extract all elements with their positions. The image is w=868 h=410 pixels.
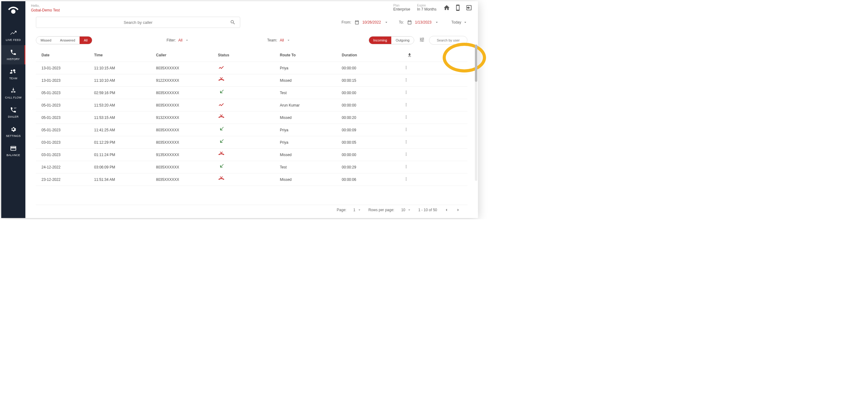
calendar-icon[interactable] (407, 20, 412, 25)
filter-tune-button[interactable] (419, 37, 425, 43)
rows-select[interactable]: 10 (401, 208, 411, 212)
row-actions-button[interactable] (404, 152, 415, 157)
cell-time: 11:10:15 AM (94, 66, 156, 70)
line-chart-icon (10, 30, 17, 36)
row-actions-button[interactable] (404, 90, 415, 96)
range-label: 1 - 10 of 50 (418, 208, 437, 212)
from-date[interactable]: 10/26/2022 (363, 20, 381, 25)
nav-live-feed[interactable]: LIVE FEED (1, 26, 25, 45)
filters-row-1: From: 10/26/2022 To: 1/13/2023 Today (36, 17, 467, 28)
cell-time: 11:41:25 AM (94, 128, 156, 132)
row-actions-button[interactable] (404, 177, 415, 182)
dialer-icon: SIP (10, 107, 17, 113)
svg-text:SIP: SIP (14, 108, 17, 109)
table-row: 05-01-202311:53:15 AM9132XXXXXXMissed00:… (36, 112, 467, 124)
main-panel: Hello, Gobal-Demo Test Plan Enterprise E… (25, 1, 478, 218)
calls-table: Date Time Caller Status Route To Duratio… (36, 48, 467, 205)
chevron-down-icon (185, 38, 189, 42)
incoming-answered-icon (218, 139, 225, 145)
next-page-icon[interactable] (456, 207, 461, 212)
cell-date: 23-12-2022 (41, 177, 94, 182)
table-row: 05-01-202302:59:16 PM8035XXXXXXTest00:00… (36, 87, 467, 99)
cell-date: 05-01-2023 (41, 103, 94, 108)
missed-arrow-icon (218, 64, 225, 71)
missed-hangup-icon (218, 77, 225, 83)
row-actions-button[interactable] (404, 102, 415, 108)
cell-status (218, 163, 280, 171)
table-header: Date Time Caller Status Route To Duratio… (36, 48, 467, 62)
row-actions-button[interactable] (404, 127, 415, 133)
greeting-name: Gobal-Demo Test (31, 8, 60, 12)
download-button[interactable] (404, 53, 415, 58)
filter-value: All (178, 38, 182, 42)
filter-dropdown[interactable]: Filter: All (166, 38, 189, 42)
today-dropdown[interactable]: Today (451, 20, 467, 25)
cell-date: 05-01-2023 (41, 116, 94, 120)
home-icon[interactable] (443, 4, 450, 11)
nav-team[interactable]: TEAM (1, 64, 25, 84)
filter-label: Filter: (166, 38, 176, 42)
topbar: Hello, Gobal-Demo Test Plan Enterprise E… (25, 1, 478, 13)
kebab-icon (404, 65, 409, 70)
nav-settings[interactable]: SETTINGS (1, 122, 25, 141)
incoming-answered-icon (218, 126, 225, 133)
row-actions-button[interactable] (404, 78, 415, 83)
nav-label: HISTORY (7, 58, 20, 61)
seg-incoming[interactable]: Incoming (369, 36, 392, 44)
to-date[interactable]: 1/13/2023 (415, 20, 432, 25)
nav-call-flow[interactable]: CALL FLOW (1, 84, 25, 103)
table-row: 03-01-202301:11:24 PM9135XXXXXXMissed00:… (36, 149, 467, 161)
plan-label: Plan (394, 4, 410, 7)
page-select[interactable]: 1 (353, 208, 362, 212)
search-user[interactable] (429, 36, 467, 45)
cell-caller: 8035XXXXXX (156, 91, 218, 95)
cell-date: 13-01-2023 (41, 66, 94, 70)
nav-label: CALL FLOW (5, 96, 21, 99)
cell-date: 03-01-2023 (41, 153, 94, 157)
cell-duration: 00:00:09 (342, 128, 404, 132)
seg-outgoing[interactable]: Outgoing (391, 36, 414, 44)
missed-hangup-icon (218, 151, 225, 157)
chevron-down-icon[interactable] (435, 20, 439, 25)
scrollbar[interactable] (475, 45, 477, 181)
search-caller-input[interactable] (36, 20, 240, 25)
search-user-input[interactable] (429, 38, 467, 42)
logout-icon[interactable] (466, 4, 472, 11)
cell-status (218, 77, 280, 84)
seg-missed[interactable]: Missed (36, 36, 56, 44)
table-row: 05-01-202311:41:25 AM8035XXXXXXPriya00:0… (36, 124, 467, 136)
calendar-icon[interactable] (354, 20, 360, 25)
search-caller[interactable] (36, 17, 240, 28)
cell-status (218, 64, 280, 72)
seg-answered[interactable]: Answered (56, 36, 80, 44)
page-value: 1 (353, 208, 355, 212)
nav-balance[interactable]: BALANCE (1, 141, 25, 160)
nav-dialer[interactable]: SIP DIALER (1, 103, 25, 122)
gear-icon (10, 126, 17, 133)
scrollbar-thumb[interactable] (475, 45, 477, 82)
cell-duration: 00:00:00 (342, 66, 404, 70)
row-actions-button[interactable] (404, 65, 415, 71)
row-actions-button[interactable] (404, 164, 415, 170)
incoming-answered-icon (218, 89, 225, 96)
cell-time: 11:10:10 AM (94, 78, 156, 83)
status-segment: Missed Answered All (36, 36, 92, 44)
rows-label: Rows per page: (368, 208, 394, 212)
topbar-icons (443, 4, 472, 11)
cell-duration: 00:00:06 (342, 177, 404, 182)
kebab-icon (404, 139, 409, 144)
cell-time: 11:53:15 AM (94, 116, 156, 120)
nav-history[interactable]: HISTORY (1, 45, 25, 64)
cell-time: 01:11:24 PM (94, 153, 156, 157)
prev-page-icon[interactable] (444, 207, 449, 212)
cell-status (218, 139, 280, 146)
seg-all[interactable]: All (80, 36, 92, 44)
table-row: 05-01-202311:53:20 AM8035XXXXXXArun Kuma… (36, 99, 467, 112)
row-actions-button[interactable] (404, 115, 415, 120)
cell-duration: 00:00:00 (342, 153, 404, 157)
cell-date: 05-01-2023 (41, 128, 94, 132)
chevron-down-icon[interactable] (384, 20, 389, 25)
row-actions-button[interactable] (404, 139, 415, 145)
mobile-icon[interactable] (455, 4, 461, 11)
team-dropdown[interactable]: Team: All (267, 38, 291, 42)
